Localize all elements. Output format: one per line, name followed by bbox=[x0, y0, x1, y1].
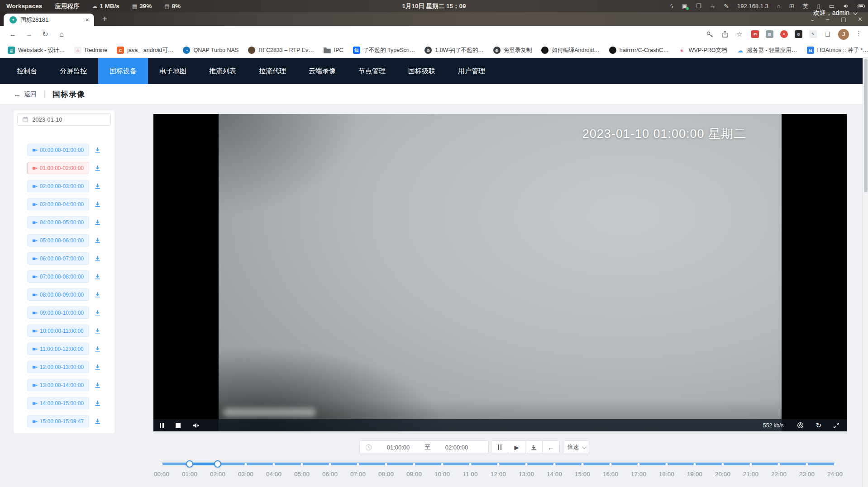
playback-speed-dropdown[interactable]: 倍速 bbox=[563, 440, 589, 454]
record-segment-button[interactable]: 10:00:00-11:00:00 bbox=[27, 325, 89, 337]
workspace-switcher-icon[interactable]: ⊞ bbox=[789, 3, 794, 9]
password-key-icon[interactable] bbox=[706, 31, 713, 38]
download-icon[interactable] bbox=[94, 273, 101, 280]
bookmark-item[interactable]: C java、android可… bbox=[113, 45, 177, 56]
record-segment-button[interactable]: 09:00:00-10:00:00 bbox=[27, 307, 89, 319]
end-time-input[interactable]: 02:00:00 bbox=[430, 444, 483, 451]
nav-tab[interactable]: 拉流代理 bbox=[248, 58, 297, 84]
refresh-icon[interactable]: ↻ bbox=[816, 422, 821, 429]
nav-tab[interactable]: 国标设备 bbox=[98, 58, 148, 84]
clock[interactable]: 1月10日 星期二 15：09 bbox=[402, 2, 466, 10]
download-icon[interactable] bbox=[94, 400, 101, 407]
seek-back-button[interactable]: ← bbox=[543, 440, 560, 454]
forward-icon[interactable]: → bbox=[24, 29, 34, 39]
bookmark-item[interactable]: IPC bbox=[320, 45, 348, 55]
slider-handle[interactable] bbox=[186, 460, 193, 468]
download-icon[interactable] bbox=[94, 183, 101, 190]
time-range-picker[interactable]: 01:00:00 至 02:00:00 bbox=[359, 440, 489, 454]
browser-tab[interactable]: ✦ 国标28181 × bbox=[4, 14, 94, 26]
mute-icon[interactable] bbox=[192, 422, 200, 429]
date-picker-input[interactable]: 2023-01-10 bbox=[17, 113, 111, 126]
download-icon[interactable] bbox=[94, 418, 101, 425]
snapshot-icon[interactable] bbox=[797, 422, 804, 429]
bookmark-item[interactable]: ⊕ 免登录复制 bbox=[489, 45, 536, 56]
download-icon[interactable] bbox=[94, 291, 101, 298]
bolt-indicator-icon[interactable]: ϟ bbox=[670, 3, 673, 9]
home-icon[interactable]: ⌂ bbox=[56, 29, 67, 39]
record-segment-button[interactable]: 06:00:00-07:00:00 bbox=[27, 252, 89, 265]
bookmark-item[interactable]: N HDAtmos :: 种子 *… bbox=[803, 45, 868, 56]
nav-tab[interactable]: 分屏监控 bbox=[48, 58, 98, 84]
download-icon[interactable] bbox=[94, 147, 101, 154]
back-button[interactable]: ← 返回 bbox=[14, 90, 37, 99]
coffee-icon[interactable]: ☕ bbox=[710, 3, 715, 9]
download-icon[interactable] bbox=[94, 309, 101, 317]
js-extension-icon[interactable]: JS bbox=[751, 30, 759, 38]
slider-handle[interactable] bbox=[214, 460, 221, 468]
download-icon[interactable] bbox=[94, 327, 101, 335]
pause-button[interactable] bbox=[491, 440, 508, 454]
tab-close-icon[interactable]: × bbox=[84, 16, 91, 24]
record-segment-button[interactable]: 00:00:00-01:00:00 bbox=[27, 144, 89, 156]
record-segment-button[interactable]: 03:00:00-04:00:00 bbox=[27, 198, 89, 210]
play-button[interactable]: ▶ bbox=[508, 440, 525, 454]
bookmark-item[interactable]: ◔ QNAP Turbo NAS bbox=[179, 45, 243, 55]
record-segment-button[interactable]: 07:00:00-08:00:00 bbox=[27, 270, 89, 283]
browser-menu-icon[interactable]: ⋮ bbox=[855, 29, 862, 38]
nav-tab[interactable]: 节点管理 bbox=[347, 58, 397, 84]
record-segment-button[interactable]: 08:00:00-09:00:00 bbox=[27, 288, 89, 301]
download-icon[interactable] bbox=[94, 382, 101, 389]
bookmark-item[interactable]: 知 了不起的 TypeScri… bbox=[349, 45, 420, 56]
window-close-icon[interactable]: ✕ bbox=[858, 16, 863, 23]
nav-tab[interactable]: 云端录像 bbox=[297, 58, 347, 84]
bookmark-item[interactable]: hairrrrr/C-CrashC… bbox=[605, 45, 673, 55]
download-icon[interactable] bbox=[94, 219, 101, 226]
fullscreen-icon[interactable] bbox=[833, 422, 839, 429]
input-language[interactable]: 英 bbox=[803, 3, 809, 9]
download-icon[interactable] bbox=[94, 364, 101, 371]
record-segment-button[interactable]: 01:00:00-02:00:00 bbox=[27, 162, 89, 174]
nav-tab[interactable]: 推流列表 bbox=[198, 58, 248, 84]
bookmark-item[interactable]: ❀ WVP-PRO文档 bbox=[674, 45, 731, 56]
clipboard-icon[interactable]: ❐ bbox=[696, 3, 701, 9]
bookmark-star-icon[interactable]: ☆ bbox=[734, 29, 745, 39]
reload-icon[interactable]: ↻ bbox=[40, 29, 51, 39]
applications-button[interactable]: 应用程序 bbox=[55, 2, 79, 10]
profile-avatar[interactable]: J bbox=[838, 29, 849, 40]
nav-tab[interactable]: 用户管理 bbox=[447, 58, 496, 84]
stop-icon[interactable] bbox=[176, 423, 181, 428]
workspaces-button[interactable]: Workspaces bbox=[6, 3, 42, 9]
download-icon[interactable] bbox=[94, 345, 101, 353]
bookmark-item[interactable]: ☁ 服务器 - 轻量应用… bbox=[733, 45, 801, 56]
nav-tab[interactable]: 电子地图 bbox=[148, 58, 198, 84]
download-icon[interactable] bbox=[94, 201, 101, 208]
bookmark-item[interactable]: 如何编译Android… bbox=[537, 45, 604, 56]
scrollbar-thumb[interactable] bbox=[864, 59, 868, 192]
ip-address[interactable]: 192.168.1.3 bbox=[737, 3, 768, 9]
grid-extension-icon[interactable]: ▦ bbox=[766, 30, 773, 38]
home-icon[interactable]: ⌂ bbox=[777, 3, 781, 9]
record-segment-button[interactable]: 15:00:00-15:09:47 bbox=[27, 415, 89, 427]
bookmark-item[interactable]: ∩ Redmine bbox=[70, 45, 111, 55]
download-button[interactable] bbox=[525, 440, 543, 454]
download-icon[interactable] bbox=[94, 255, 101, 262]
back-icon[interactable]: ← bbox=[7, 29, 18, 39]
blocker-extension-icon[interactable]: ✕ bbox=[780, 30, 788, 38]
user-menu[interactable]: 欢迎，admin bbox=[813, 0, 856, 26]
record-segment-button[interactable]: 05:00:00-06:00:00 bbox=[27, 234, 89, 246]
start-time-input[interactable]: 01:00:00 bbox=[372, 444, 424, 451]
record-segment-button[interactable]: 02:00:00-03:00:00 bbox=[27, 180, 89, 192]
record-segment-button[interactable]: 04:00:00-05:00:00 bbox=[27, 216, 89, 228]
nav-tab[interactable]: 控制台 bbox=[5, 58, 48, 84]
bookmark-item[interactable]: ≣ Webstack - 设计… bbox=[4, 45, 69, 56]
new-tab-button[interactable]: + bbox=[99, 14, 110, 25]
side-panel-icon[interactable]: ❏ bbox=[824, 30, 831, 38]
pause-icon[interactable] bbox=[160, 423, 164, 428]
record-segment-button[interactable]: 12:00:00-13:00:00 bbox=[27, 361, 89, 373]
record-segment-button[interactable]: 11:00:00-12:00:00 bbox=[27, 343, 89, 355]
dark-extension-icon[interactable]: ◍ bbox=[795, 30, 802, 38]
download-icon[interactable] bbox=[94, 165, 101, 172]
bookmark-item[interactable]: RFC2833 – RTP Ev… bbox=[244, 45, 318, 55]
page-scrollbar[interactable] bbox=[863, 58, 868, 487]
app-indicator-icon[interactable]: ▣ bbox=[682, 3, 687, 9]
